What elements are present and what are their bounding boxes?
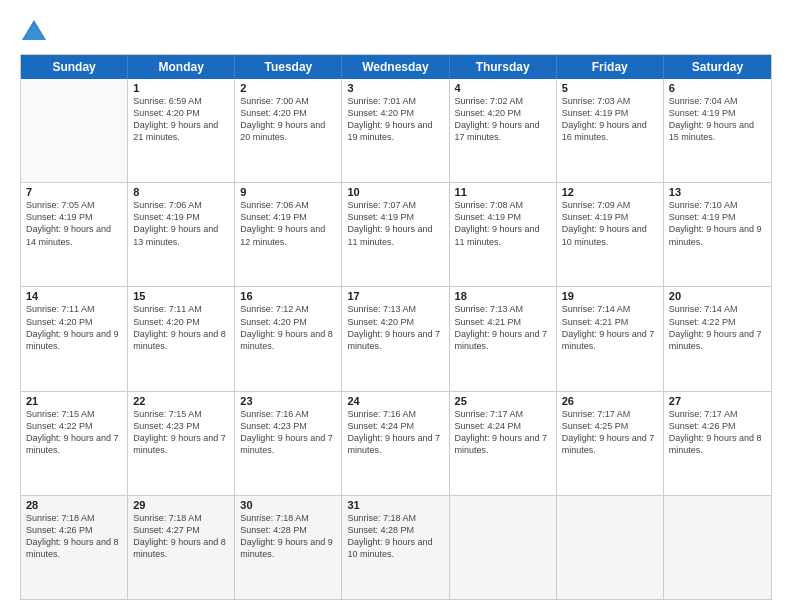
cell-info: Sunrise: 7:18 AM Sunset: 4:28 PM Dayligh… bbox=[240, 512, 336, 561]
day-number: 27 bbox=[669, 395, 766, 407]
header bbox=[20, 16, 772, 46]
cell-info: Sunrise: 7:14 AM Sunset: 4:21 PM Dayligh… bbox=[562, 303, 658, 352]
cell-info: Sunrise: 7:06 AM Sunset: 4:19 PM Dayligh… bbox=[133, 199, 229, 248]
day-number: 24 bbox=[347, 395, 443, 407]
day-number: 13 bbox=[669, 186, 766, 198]
calendar-cell: 15Sunrise: 7:11 AM Sunset: 4:20 PM Dayli… bbox=[128, 287, 235, 390]
calendar-cell: 26Sunrise: 7:17 AM Sunset: 4:25 PM Dayli… bbox=[557, 392, 664, 495]
calendar-row-4: 21Sunrise: 7:15 AM Sunset: 4:22 PM Dayli… bbox=[21, 391, 771, 495]
day-number: 16 bbox=[240, 290, 336, 302]
calendar-cell: 14Sunrise: 7:11 AM Sunset: 4:20 PM Dayli… bbox=[21, 287, 128, 390]
calendar-cell: 21Sunrise: 7:15 AM Sunset: 4:22 PM Dayli… bbox=[21, 392, 128, 495]
cell-info: Sunrise: 7:02 AM Sunset: 4:20 PM Dayligh… bbox=[455, 95, 551, 144]
day-header-sunday: Sunday bbox=[21, 55, 128, 79]
calendar-cell: 24Sunrise: 7:16 AM Sunset: 4:24 PM Dayli… bbox=[342, 392, 449, 495]
day-number: 7 bbox=[26, 186, 122, 198]
day-number: 1 bbox=[133, 82, 229, 94]
cell-info: Sunrise: 7:18 AM Sunset: 4:28 PM Dayligh… bbox=[347, 512, 443, 561]
cell-info: Sunrise: 7:15 AM Sunset: 4:22 PM Dayligh… bbox=[26, 408, 122, 457]
calendar-cell bbox=[21, 79, 128, 182]
day-number: 3 bbox=[347, 82, 443, 94]
day-number: 20 bbox=[669, 290, 766, 302]
day-number: 18 bbox=[455, 290, 551, 302]
calendar: SundayMondayTuesdayWednesdayThursdayFrid… bbox=[20, 54, 772, 600]
calendar-cell: 13Sunrise: 7:10 AM Sunset: 4:19 PM Dayli… bbox=[664, 183, 771, 286]
calendar-cell bbox=[450, 496, 557, 599]
logo bbox=[20, 16, 52, 46]
calendar-cell: 8Sunrise: 7:06 AM Sunset: 4:19 PM Daylig… bbox=[128, 183, 235, 286]
cell-info: Sunrise: 7:03 AM Sunset: 4:19 PM Dayligh… bbox=[562, 95, 658, 144]
calendar-cell: 11Sunrise: 7:08 AM Sunset: 4:19 PM Dayli… bbox=[450, 183, 557, 286]
cell-info: Sunrise: 7:15 AM Sunset: 4:23 PM Dayligh… bbox=[133, 408, 229, 457]
calendar-cell: 17Sunrise: 7:13 AM Sunset: 4:20 PM Dayli… bbox=[342, 287, 449, 390]
calendar-cell: 18Sunrise: 7:13 AM Sunset: 4:21 PM Dayli… bbox=[450, 287, 557, 390]
cell-info: Sunrise: 7:16 AM Sunset: 4:23 PM Dayligh… bbox=[240, 408, 336, 457]
calendar-cell: 27Sunrise: 7:17 AM Sunset: 4:26 PM Dayli… bbox=[664, 392, 771, 495]
day-number: 28 bbox=[26, 499, 122, 511]
day-header-monday: Monday bbox=[128, 55, 235, 79]
calendar-cell bbox=[557, 496, 664, 599]
day-number: 8 bbox=[133, 186, 229, 198]
cell-info: Sunrise: 7:11 AM Sunset: 4:20 PM Dayligh… bbox=[133, 303, 229, 352]
day-number: 15 bbox=[133, 290, 229, 302]
cell-info: Sunrise: 7:18 AM Sunset: 4:27 PM Dayligh… bbox=[133, 512, 229, 561]
cell-info: Sunrise: 7:04 AM Sunset: 4:19 PM Dayligh… bbox=[669, 95, 766, 144]
day-number: 5 bbox=[562, 82, 658, 94]
day-header-friday: Friday bbox=[557, 55, 664, 79]
calendar-cell: 20Sunrise: 7:14 AM Sunset: 4:22 PM Dayli… bbox=[664, 287, 771, 390]
cell-info: Sunrise: 7:17 AM Sunset: 4:25 PM Dayligh… bbox=[562, 408, 658, 457]
calendar-row-3: 14Sunrise: 7:11 AM Sunset: 4:20 PM Dayli… bbox=[21, 286, 771, 390]
calendar-cell: 6Sunrise: 7:04 AM Sunset: 4:19 PM Daylig… bbox=[664, 79, 771, 182]
cell-info: Sunrise: 7:01 AM Sunset: 4:20 PM Dayligh… bbox=[347, 95, 443, 144]
day-number: 4 bbox=[455, 82, 551, 94]
cell-info: Sunrise: 7:13 AM Sunset: 4:21 PM Dayligh… bbox=[455, 303, 551, 352]
cell-info: Sunrise: 7:10 AM Sunset: 4:19 PM Dayligh… bbox=[669, 199, 766, 248]
calendar-header: SundayMondayTuesdayWednesdayThursdayFrid… bbox=[21, 55, 771, 79]
calendar-cell: 25Sunrise: 7:17 AM Sunset: 4:24 PM Dayli… bbox=[450, 392, 557, 495]
day-number: 21 bbox=[26, 395, 122, 407]
day-number: 29 bbox=[133, 499, 229, 511]
day-number: 25 bbox=[455, 395, 551, 407]
calendar-cell: 12Sunrise: 7:09 AM Sunset: 4:19 PM Dayli… bbox=[557, 183, 664, 286]
day-number: 6 bbox=[669, 82, 766, 94]
day-number: 23 bbox=[240, 395, 336, 407]
day-number: 22 bbox=[133, 395, 229, 407]
calendar-row-5: 28Sunrise: 7:18 AM Sunset: 4:26 PM Dayli… bbox=[21, 495, 771, 599]
cell-info: Sunrise: 7:18 AM Sunset: 4:26 PM Dayligh… bbox=[26, 512, 122, 561]
calendar-row-1: 1Sunrise: 6:59 AM Sunset: 4:20 PM Daylig… bbox=[21, 79, 771, 182]
cell-info: Sunrise: 7:11 AM Sunset: 4:20 PM Dayligh… bbox=[26, 303, 122, 352]
calendar-cell: 1Sunrise: 6:59 AM Sunset: 4:20 PM Daylig… bbox=[128, 79, 235, 182]
calendar-cell: 31Sunrise: 7:18 AM Sunset: 4:28 PM Dayli… bbox=[342, 496, 449, 599]
cell-info: Sunrise: 7:08 AM Sunset: 4:19 PM Dayligh… bbox=[455, 199, 551, 248]
day-number: 11 bbox=[455, 186, 551, 198]
day-number: 30 bbox=[240, 499, 336, 511]
calendar-cell: 3Sunrise: 7:01 AM Sunset: 4:20 PM Daylig… bbox=[342, 79, 449, 182]
day-number: 17 bbox=[347, 290, 443, 302]
calendar-cell: 29Sunrise: 7:18 AM Sunset: 4:27 PM Dayli… bbox=[128, 496, 235, 599]
day-number: 10 bbox=[347, 186, 443, 198]
cell-info: Sunrise: 7:17 AM Sunset: 4:24 PM Dayligh… bbox=[455, 408, 551, 457]
day-number: 31 bbox=[347, 499, 443, 511]
calendar-body: 1Sunrise: 6:59 AM Sunset: 4:20 PM Daylig… bbox=[21, 79, 771, 599]
calendar-cell: 28Sunrise: 7:18 AM Sunset: 4:26 PM Dayli… bbox=[21, 496, 128, 599]
day-number: 12 bbox=[562, 186, 658, 198]
calendar-cell: 9Sunrise: 7:06 AM Sunset: 4:19 PM Daylig… bbox=[235, 183, 342, 286]
cell-info: Sunrise: 7:06 AM Sunset: 4:19 PM Dayligh… bbox=[240, 199, 336, 248]
logo-icon bbox=[20, 18, 48, 46]
calendar-cell: 19Sunrise: 7:14 AM Sunset: 4:21 PM Dayli… bbox=[557, 287, 664, 390]
calendar-cell: 22Sunrise: 7:15 AM Sunset: 4:23 PM Dayli… bbox=[128, 392, 235, 495]
page: SundayMondayTuesdayWednesdayThursdayFrid… bbox=[0, 0, 792, 612]
cell-info: Sunrise: 7:09 AM Sunset: 4:19 PM Dayligh… bbox=[562, 199, 658, 248]
calendar-cell: 23Sunrise: 7:16 AM Sunset: 4:23 PM Dayli… bbox=[235, 392, 342, 495]
cell-info: Sunrise: 7:16 AM Sunset: 4:24 PM Dayligh… bbox=[347, 408, 443, 457]
cell-info: Sunrise: 7:13 AM Sunset: 4:20 PM Dayligh… bbox=[347, 303, 443, 352]
calendar-cell bbox=[664, 496, 771, 599]
day-number: 9 bbox=[240, 186, 336, 198]
calendar-cell: 5Sunrise: 7:03 AM Sunset: 4:19 PM Daylig… bbox=[557, 79, 664, 182]
day-header-wednesday: Wednesday bbox=[342, 55, 449, 79]
calendar-cell: 7Sunrise: 7:05 AM Sunset: 4:19 PM Daylig… bbox=[21, 183, 128, 286]
day-header-thursday: Thursday bbox=[450, 55, 557, 79]
day-header-saturday: Saturday bbox=[664, 55, 771, 79]
cell-info: Sunrise: 7:12 AM Sunset: 4:20 PM Dayligh… bbox=[240, 303, 336, 352]
calendar-cell: 2Sunrise: 7:00 AM Sunset: 4:20 PM Daylig… bbox=[235, 79, 342, 182]
